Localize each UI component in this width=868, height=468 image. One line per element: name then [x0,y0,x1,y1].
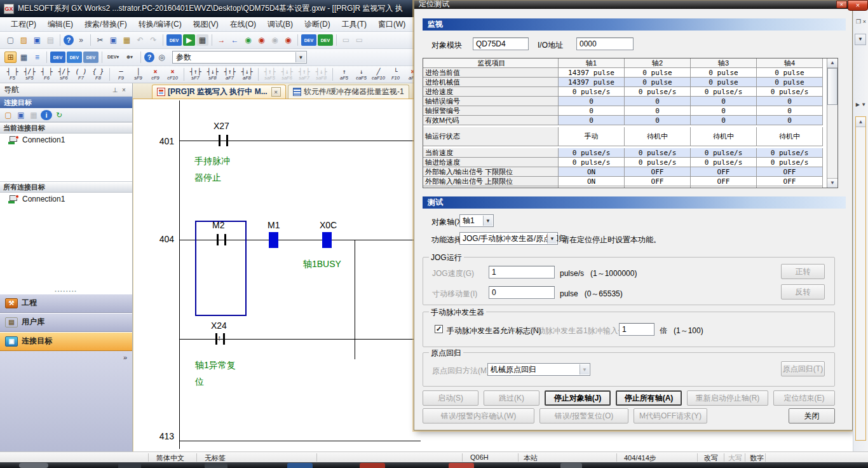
menu-item[interactable]: 视图(V) [187,17,224,32]
device-label-x24[interactable]: X24 [211,320,227,331]
ladder-symbol-button[interactable]: ┤↓├ sF8 [205,67,220,82]
chevron-down-icon[interactable]: ▼ [483,216,492,226]
ladder-symbol-button[interactable]: ┤/├ sF6 [56,67,72,82]
help2-icon[interactable]: ? [144,52,154,62]
ladder-symbol-button[interactable]: ┤ ├ F5 [4,67,20,82]
menu-item[interactable]: 在线(O) [224,17,262,32]
find-icon[interactable]: ◎ [156,52,168,63]
window-close-button[interactable]: × [848,0,868,11]
taskbar-icon[interactable] [118,463,141,468]
ladder-symbol-button[interactable] [184,68,184,81]
zoom-select-icon[interactable]: ⊕▾ [122,52,137,63]
device-label-x0c[interactable]: X0C [320,220,337,230]
chevron-down-icon[interactable]: ▼ [855,34,866,45]
tab-buffer-batch-monitor[interactable]: 软元件/缓冲存储器批量监视-1 [288,85,409,99]
taskbar-icon[interactable] [560,463,582,468]
scroll-up-icon[interactable]: ▲ [856,117,865,127]
inching-field[interactable]: 0 [489,286,555,299]
new-project-icon[interactable]: ▢ [4,34,17,46]
ladder-symbol-button[interactable]: ─ F9 [113,67,129,82]
menu-item[interactable]: 诊断(D) [299,17,336,32]
stop-target-axis-button[interactable]: 停止对象轴(J) [545,390,611,406]
ladder-symbol-button[interactable] [332,68,333,81]
ladder-symbol-button[interactable]: ┤↓├ saF6 [279,67,295,82]
sep[interactable] [102,52,102,63]
sep[interactable] [297,34,298,46]
ladder-symbol-button[interactable]: ┤↑├ sF7 [187,67,203,82]
close-button[interactable]: 关闭 [789,408,835,423]
device-display-icon[interactable]: DEV▾ [105,52,121,63]
dialog-close-button[interactable]: × [836,1,847,8]
copy-icon[interactable]: ▣ [15,109,27,121]
target-axis-select[interactable]: 轴1 ▼ [459,214,494,227]
gray-tool-icon[interactable]: ▭ [353,34,365,46]
paste-icon[interactable]: ▦ [28,109,39,121]
program-list-icon[interactable]: ≡ [31,52,43,63]
print-icon[interactable]: ▤ [44,34,57,46]
paste-icon[interactable]: ▦ [121,34,133,46]
ladder-symbol-button[interactable]: ┤↑├ saF5 [262,67,278,82]
menu-item[interactable]: 转换/编译(C) [133,17,187,32]
parameter-combo[interactable]: 参数 ▼ [172,51,307,64]
ladder-symbol-button[interactable]: ╱ caF10 [370,67,386,82]
taskbar-icon[interactable] [19,463,48,468]
ladder-comment[interactable]: 轴1BUSY [303,256,341,272]
device-label-m2[interactable]: M2 [212,220,224,230]
sep[interactable] [163,34,163,46]
device-off-icon[interactable]: DEV [318,34,333,46]
sep[interactable] [140,52,141,63]
menu-item[interactable]: 工具(T) [336,17,372,32]
taskbar-icon[interactable] [360,463,385,468]
sep[interactable] [336,34,337,46]
taskbar-icon[interactable] [449,463,474,468]
gray-tool-icon[interactable]: ▭ [340,34,352,46]
ladder-symbol-button[interactable]: ┤↓├ saF8 [313,67,329,82]
ladder-symbol-button[interactable] [258,68,259,81]
ladder-symbol-button[interactable]: × cF10 [165,67,180,82]
contact-x27[interactable] [219,135,220,146]
ladder-comment[interactable]: 手持脉冲器停止 [194,153,230,186]
io-address-field[interactable]: 0000 [576,38,634,50]
new-connection-icon[interactable]: ▢ [3,109,14,121]
contact-m1-energized[interactable] [269,232,278,248]
mdi-window-controls[interactable]: ❐ × [853,18,868,25]
ladder-symbol-button[interactable]: { } F8 [90,67,106,82]
chevron-down-icon[interactable]: ▼ [295,52,306,62]
monitor-red-icon[interactable]: ◉ [282,34,294,46]
tab-close-icon[interactable]: × [271,87,281,97]
device-write-icon[interactable]: DEV [166,34,182,46]
scroll-up-icon[interactable]: ▲ [827,59,837,68]
overflow-chevron-icon[interactable]: » [75,34,87,46]
help-icon[interactable]: ? [64,35,74,45]
scroll-down-icon[interactable]: ▼ [827,178,837,188]
scrollbar-thumb[interactable] [827,68,837,105]
device-table-icon[interactable]: DEV [83,52,98,63]
menu-item[interactable]: 编辑(E) [42,17,79,32]
device-comment-icon[interactable]: DEV [50,52,65,63]
copy-icon[interactable]: ▣ [107,34,119,46]
toolbar-overflow-icon[interactable]: ▶ ▼ [853,102,868,107]
info-icon[interactable]: i [41,110,52,120]
menu-item[interactable]: 调试(B) [262,17,299,32]
watch-icon[interactable]: ◉ [269,34,281,46]
sep[interactable] [60,34,60,46]
monitor-mode-icon[interactable]: ◉ [242,34,254,46]
read-from-plc-icon[interactable]: ← [229,34,241,46]
sep[interactable] [46,52,47,63]
device-memory-icon[interactable]: DEV [67,52,82,63]
open-project-icon[interactable]: ▨ [18,34,30,46]
contact-m2[interactable] [217,234,219,245]
sidebar-overflow-chevron[interactable]: » [123,354,127,361]
device-label-m1[interactable]: M1 [268,220,280,230]
mpg-enable-checkbox[interactable]: ✓ [435,325,443,333]
ladder-symbol-button[interactable]: ┤↑├ saF7 [296,67,312,82]
menu-item[interactable]: 工程(P) [5,17,42,32]
ladder-symbol-button[interactable]: ↑ aF5 [336,67,352,82]
refresh-icon[interactable]: ↻ [53,109,65,121]
tab-program-monitor[interactable]: [PRG]R 监视写入 执行中 M... × [152,85,286,99]
cut-icon[interactable]: ✂ [94,34,106,46]
sidebar-tab-project[interactable]: ⚒ 工程 [0,294,132,313]
undo-icon[interactable]: ↶ [134,34,146,46]
sep[interactable] [90,34,91,46]
save-project-icon[interactable]: ▣ [31,34,43,46]
